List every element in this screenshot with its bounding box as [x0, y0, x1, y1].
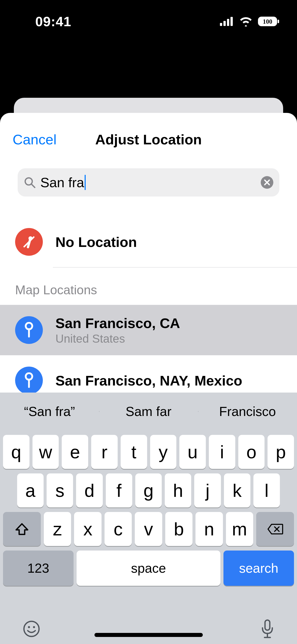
- result-subtitle: United States: [55, 332, 282, 345]
- suggestion[interactable]: “San fra”: [0, 404, 99, 419]
- shift-key[interactable]: [3, 512, 41, 546]
- status-bar: 09:41 100: [0, 0, 297, 43]
- key-p[interactable]: p: [268, 435, 294, 469]
- svg-rect-3: [230, 17, 233, 26]
- keyboard: “San fra” Sam far Francisco q w e r t y …: [0, 393, 297, 644]
- key-k[interactable]: k: [224, 473, 250, 507]
- no-location-icon: [15, 228, 43, 256]
- svg-rect-5: [278, 20, 279, 23]
- key-v[interactable]: v: [135, 512, 162, 546]
- search-icon: [24, 176, 36, 188]
- backspace-icon: [267, 523, 283, 535]
- key-l[interactable]: l: [253, 473, 280, 507]
- key-d[interactable]: d: [76, 473, 103, 507]
- result-title: San Francisco, CA: [55, 315, 282, 331]
- key-w[interactable]: w: [32, 435, 59, 469]
- cancel-button[interactable]: Cancel: [13, 131, 56, 148]
- key-g[interactable]: g: [135, 473, 162, 507]
- key-h[interactable]: h: [165, 473, 191, 507]
- key-u[interactable]: u: [179, 435, 206, 469]
- key-q[interactable]: q: [3, 435, 29, 469]
- svg-rect-2: [227, 19, 229, 26]
- emoji-icon[interactable]: [23, 620, 40, 638]
- svg-line-8: [31, 184, 35, 187]
- status-indicators: 100: [220, 16, 279, 26]
- key-y[interactable]: y: [150, 435, 177, 469]
- section-header: Map Locations: [0, 268, 297, 305]
- key-t[interactable]: t: [121, 435, 147, 469]
- key-x[interactable]: x: [74, 512, 101, 546]
- key-o[interactable]: o: [238, 435, 265, 469]
- svg-point-21: [33, 626, 35, 628]
- result-title: San Francisco, NAY, Mexico: [55, 372, 282, 389]
- suggestion[interactable]: Sam far: [99, 404, 198, 419]
- search-input[interactable]: San fra: [18, 168, 279, 197]
- cellular-icon: [220, 17, 234, 26]
- text-caret: [85, 175, 86, 190]
- battery-icon: 100: [258, 16, 279, 26]
- key-c[interactable]: c: [105, 512, 132, 546]
- keyboard-row-3: z x c v b n m: [3, 512, 294, 546]
- key-z[interactable]: z: [44, 512, 71, 546]
- key-a[interactable]: a: [17, 473, 44, 507]
- keyboard-row-4: 123 space search: [0, 551, 297, 586]
- svg-text:100: 100: [263, 18, 272, 25]
- clear-search-button[interactable]: [261, 176, 273, 189]
- navigation-bar: Cancel Adjust Location: [0, 120, 297, 158]
- key-e[interactable]: e: [62, 435, 88, 469]
- svg-rect-0: [220, 23, 222, 26]
- map-pin-icon: [15, 367, 43, 394]
- svg-point-19: [24, 621, 39, 636]
- page-title: Adjust Location: [95, 131, 202, 148]
- shift-icon: [15, 523, 29, 535]
- no-location-label: No Location: [55, 234, 282, 250]
- key-i[interactable]: i: [209, 435, 235, 469]
- search-value: San fra: [40, 175, 256, 190]
- suggestion[interactable]: Francisco: [198, 404, 297, 419]
- search-key[interactable]: search: [223, 551, 294, 586]
- key-b[interactable]: b: [165, 512, 192, 546]
- no-location-row[interactable]: No Location: [0, 217, 297, 267]
- svg-rect-1: [223, 21, 226, 26]
- keyboard-row-2: a s d f g h j k l: [3, 473, 294, 507]
- keyboard-suggestions: “San fra” Sam far Francisco: [0, 393, 297, 430]
- dictation-icon[interactable]: [260, 619, 274, 639]
- status-time: 09:41: [35, 14, 71, 29]
- keyboard-row-1: q w e r t y u i o p: [3, 435, 294, 469]
- key-m[interactable]: m: [226, 512, 253, 546]
- svg-rect-22: [265, 620, 270, 630]
- backspace-key[interactable]: [256, 512, 294, 546]
- svg-point-20: [28, 626, 30, 628]
- key-s[interactable]: s: [47, 473, 73, 507]
- key-j[interactable]: j: [194, 473, 221, 507]
- numbers-key[interactable]: 123: [3, 551, 74, 586]
- key-r[interactable]: r: [91, 435, 118, 469]
- location-result-row[interactable]: San Francisco, CA United States: [0, 305, 297, 355]
- space-key[interactable]: space: [77, 551, 220, 586]
- wifi-icon: [239, 16, 253, 26]
- key-n[interactable]: n: [195, 512, 223, 546]
- key-f[interactable]: f: [106, 473, 132, 507]
- close-icon: [264, 179, 270, 186]
- home-indicator[interactable]: [94, 633, 203, 637]
- map-pin-icon: [15, 316, 43, 344]
